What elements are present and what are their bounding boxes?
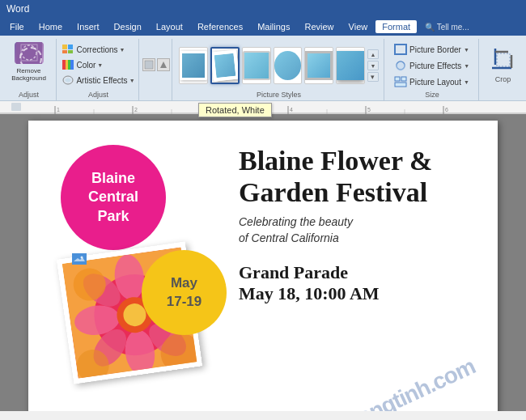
picture-layout-button[interactable]: Picture Layout ▼: [391, 74, 473, 89]
pink-circle: Blaine Central Park: [61, 145, 166, 250]
crop-label: Crop: [495, 75, 511, 83]
artistic-effects-icon: [62, 74, 74, 86]
right-column: Blaine Flower & Garden Festival Celebrat…: [239, 145, 465, 304]
svg-text:2: 2: [134, 107, 138, 112]
svg-rect-7: [62, 60, 66, 70]
corrections-button[interactable]: Corrections ▼: [58, 42, 138, 57]
crop-button[interactable]: [488, 45, 519, 75]
adjust-icon-2[interactable]: [157, 58, 170, 71]
ribbon-content: RemoveBackground Adjust Corrections ▼: [0, 36, 526, 100]
artistic-effects-button[interactable]: Artistic Effects ▼: [58, 73, 138, 87]
layout-chevron: ▼: [464, 79, 469, 85]
svg-rect-15: [395, 77, 400, 81]
svg-rect-22: [497, 53, 510, 66]
menu-file[interactable]: File: [3, 20, 31, 33]
style-thumb-1[interactable]: [179, 47, 208, 84]
svg-rect-6: [68, 50, 73, 53]
picture-layout-label: Picture Layout: [409, 78, 461, 87]
menu-home[interactable]: Home: [32, 20, 69, 33]
corrections-chevron: ▼: [120, 47, 125, 53]
menu-mailings[interactable]: Mailings: [251, 20, 296, 33]
svg-point-1: [22, 45, 36, 60]
park-line2: Central: [88, 189, 138, 205]
page[interactable]: Blaine Central Park: [28, 121, 498, 411]
style-thumb-2[interactable]: [210, 47, 240, 84]
subtitle-line1: Celebrating the beauty: [239, 215, 353, 228]
picture-effects-button[interactable]: Picture Effects ▼: [391, 58, 473, 73]
remove-bg-icon: [15, 42, 44, 64]
adjust-icon-1[interactable]: [142, 58, 155, 71]
remove-bg-label: RemoveBackground: [11, 67, 46, 83]
style-thumb-3[interactable]: [242, 47, 271, 84]
menu-format[interactable]: Format: [375, 20, 417, 33]
title-line1: Blaine Flower &: [239, 146, 432, 176]
scroll-up-arrow[interactable]: ▲: [367, 49, 379, 59]
date-line1: May: [171, 275, 197, 291]
svg-rect-12: [145, 61, 153, 69]
svg-rect-13: [395, 45, 406, 54]
app-title: Word: [6, 3, 29, 15]
corrections-label: Corrections: [76, 45, 117, 54]
picture-options-group: Picture Border ▼ Picture Effects ▼ Pictu…: [386, 39, 479, 100]
style-thumb-6[interactable]: [336, 47, 365, 84]
grand-parade-title: Grand Parade: [239, 262, 465, 283]
menu-view[interactable]: View: [342, 20, 375, 33]
tooltip: Rotated, White: [198, 103, 272, 117]
menu-layout[interactable]: Layout: [150, 20, 189, 33]
color-button[interactable]: Color ▼: [58, 57, 138, 72]
scroll-more-arrow[interactable]: ▾: [367, 72, 379, 82]
adjust-items-group: Corrections ▼ Color ▼: [58, 39, 139, 100]
svg-text:5: 5: [367, 107, 371, 112]
svg-rect-17: [395, 83, 406, 87]
picture-options-label: Size: [386, 91, 478, 99]
svg-rect-5: [62, 50, 67, 53]
menu-design[interactable]: Design: [108, 20, 148, 33]
menu-review[interactable]: Review: [299, 20, 341, 33]
adjust-group: RemoveBackground Adjust: [2, 39, 57, 100]
menu-insert[interactable]: Insert: [70, 20, 106, 33]
artistic-effects-label: Artistic Effects: [76, 76, 127, 85]
park-line1: Blaine: [91, 170, 135, 186]
svg-rect-4: [68, 45, 73, 49]
park-line3: Park: [97, 208, 129, 224]
subtitle: Celebrating the beauty of Central Califo…: [239, 214, 465, 246]
picture-border-button[interactable]: Picture Border ▼: [391, 42, 473, 57]
color-chevron: ▼: [97, 62, 103, 68]
title-bar: Word: [0, 0, 526, 18]
document-area[interactable]: Blaine Central Park: [0, 114, 526, 411]
effects-chevron: ▼: [464, 63, 469, 69]
svg-text:4: 4: [290, 107, 293, 112]
picture-styles-label: Picture Styles: [174, 91, 384, 99]
ribbon: RemoveBackground Adjust Corrections ▼: [0, 36, 526, 101]
subtitle-line2: of Central California: [239, 231, 339, 244]
menu-tellme[interactable]: 🔍 Tell me...: [418, 21, 476, 33]
yellow-circle: May 17-19: [142, 250, 227, 335]
grand-parade: Grand Parade May 18, 10:00 AM: [239, 262, 465, 304]
festival-title: Blaine Flower & Garden Festival: [239, 145, 465, 208]
remove-background-button[interactable]: RemoveBackground: [5, 39, 53, 86]
color-label: Color: [76, 61, 95, 70]
ruler: 1 2 3 4 5 6 Rotated, White: [0, 101, 526, 114]
svg-rect-3: [62, 45, 67, 49]
corrections-icon: [62, 44, 74, 55]
adjust-group-label: Adjust: [2, 91, 56, 99]
svg-point-45: [81, 256, 83, 258]
artistic-chevron: ▼: [129, 78, 135, 83]
svg-text:1: 1: [57, 107, 60, 112]
picture-border-label: Picture Border: [409, 45, 461, 54]
svg-rect-8: [66, 60, 68, 70]
menu-references[interactable]: References: [191, 20, 249, 33]
left-column: Blaine Central Park: [61, 145, 223, 380]
picture-styles-group: ▲ ▼ ▾ Picture Styles: [174, 39, 384, 100]
date-line2: 17-19: [167, 294, 201, 309]
svg-rect-9: [68, 60, 70, 70]
border-chevron: ▼: [464, 47, 469, 53]
style-thumb-5[interactable]: [304, 47, 333, 84]
grand-parade-date: May 18, 10:00 AM: [239, 283, 465, 304]
image-icon: [72, 253, 87, 265]
svg-text:6: 6: [445, 107, 448, 112]
scroll-down-arrow[interactable]: ▼: [367, 61, 379, 70]
svg-rect-16: [401, 77, 406, 81]
menu-bar: File Home Insert Design Layout Reference…: [0, 18, 526, 36]
style-thumb-4[interactable]: [274, 47, 303, 84]
